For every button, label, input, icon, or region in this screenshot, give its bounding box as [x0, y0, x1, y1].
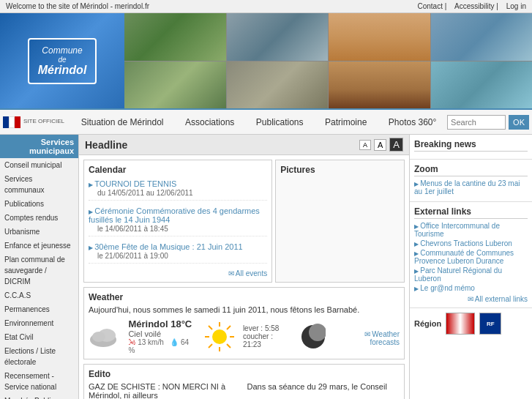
nav-associations[interactable]: Associations	[176, 111, 243, 133]
header-photo-2	[227, 13, 329, 61]
sidebar-item-marches[interactable]: Marchés Publics	[0, 394, 78, 399]
main-content: Services municipaux Conseil municipal Se…	[0, 135, 532, 399]
nav-publications[interactable]: Publications	[247, 111, 312, 133]
all-events-link[interactable]: All events	[89, 269, 267, 277]
pictures-title: Pictures	[280, 165, 400, 175]
calendar-event-1-title[interactable]: TOURNOI DE TENNIS	[89, 179, 267, 188]
sidebar-title-services: Services municipaux	[0, 135, 78, 158]
calendar-title: Calendar	[89, 165, 267, 175]
logo-merindol: Mérindol	[38, 64, 87, 77]
svg-point-2	[92, 332, 105, 342]
moon-icon	[300, 324, 326, 350]
weather-wind: 🌬 13 km/h 💧 64 %	[128, 338, 196, 354]
calendar-event-3-title[interactable]: 30ème Fête de la Musique : 21 Juin 2011	[89, 242, 267, 251]
search-area: OK	[447, 115, 529, 130]
sidebar-item-plan[interactable]: Plan communal de sauvegarde / DICRIM	[0, 253, 78, 288]
text-size-small[interactable]: A	[359, 140, 371, 150]
sidebar-item-conseil[interactable]: Conseil municipal	[0, 158, 78, 172]
contact-link[interactable]: Contact	[417, 2, 442, 10]
header-photo-8	[431, 61, 533, 109]
calendar-pictures-row: Calendar TOURNOI DE TENNIS du 14/05/2011…	[79, 155, 409, 287]
welcome-text: Welcome to the site of Mérindol - merind…	[6, 2, 149, 10]
sidebar-item-environnement[interactable]: Environnement	[0, 316, 78, 330]
sun-icon	[203, 321, 235, 353]
search-input[interactable]	[447, 115, 506, 130]
sidebar-item-etat-civil[interactable]: Etat Civil	[0, 330, 78, 344]
login-link[interactable]: Log in	[506, 2, 526, 10]
site-officiel: SITE OFFICIEL	[3, 116, 64, 128]
zoom-link[interactable]: Menus de la cantine du 23 mai au 1er jui…	[414, 179, 528, 195]
calendar-event-2-date: le 14/06/2011 à 18:45	[89, 225, 168, 233]
region-logo: RF	[479, 313, 501, 335]
weather-coucher: coucher : 21:23	[243, 332, 293, 348]
weather-lever: lever : 5:58	[243, 324, 293, 332]
region-label: Région	[414, 319, 441, 328]
region-box: Région RF	[410, 308, 532, 339]
header-images	[124, 13, 532, 108]
header-photo-4	[431, 13, 533, 61]
sidebar-item-enfance[interactable]: Enfance et jeunesse	[0, 239, 78, 253]
svg-line-11	[209, 344, 212, 348]
calendar-event-2-title[interactable]: Cérémonie Commémorative des 4 gendarmes …	[89, 206, 267, 224]
svg-point-3	[212, 329, 227, 344]
sidebar-item-ccas[interactable]: C.C.A.S	[0, 288, 78, 302]
top-bar: Welcome to the site of Mérindol - merind…	[0, 0, 532, 13]
nav-links: Situation de Mérindol Associations Publi…	[70, 111, 447, 133]
calendar-box: Calendar TOURNOI DE TENNIS du 14/05/2011…	[83, 160, 272, 283]
edito-title: Edito	[89, 369, 400, 379]
calendar-event-3: 30ème Fête de la Musique : 21 Juin 2011 …	[89, 242, 267, 264]
calendar-event-3-date: le 21/06/2011 à 19:00	[89, 252, 168, 260]
logo-box: Commune de Mérindol	[28, 38, 97, 84]
search-button[interactable]: OK	[509, 115, 529, 130]
nav-patrimoine[interactable]: Patrimoine	[316, 111, 375, 133]
sidebar-item-recensement[interactable]: Recensement - Service national	[0, 369, 78, 394]
sidebar-item-permanences[interactable]: Permanences	[0, 302, 78, 316]
breaking-news-title: Breaking news	[414, 139, 528, 152]
site-officiel-text: SITE OFFICIEL	[23, 119, 64, 125]
ext-link-4[interactable]: Le gr@nd mémo	[414, 284, 528, 292]
sidebar-item-publications[interactable]: Publications	[0, 197, 78, 211]
text-size-controls: A A A	[359, 138, 403, 152]
header-photo-5	[124, 61, 226, 109]
sidebar-item-urbanisme[interactable]: Urbanisme	[0, 225, 78, 239]
center-content: Headline A A A Calendar TOURNOI DE TENNI…	[79, 135, 409, 399]
weather-title: Weather	[89, 292, 400, 302]
svg-line-9	[227, 344, 231, 348]
all-external-links[interactable]: All external links	[414, 295, 528, 303]
accessibility-link[interactable]: Accessibility	[454, 2, 494, 10]
weather-desc: Aujourd'hui, nous sommes le samedi 11 ju…	[89, 305, 400, 314]
ext-link-1[interactable]: Chevrons Tractions Luberon	[414, 239, 528, 247]
logo-commune: Commune	[38, 45, 87, 56]
header-photo-6	[227, 61, 329, 109]
edito-col1: GAZ DE SCHISTE : NON MERCI NI à Mérindol…	[89, 382, 241, 399]
weather-city-info: Mérindol 18°C Ciel voilé 🌬 13 km/h 💧 64 …	[128, 318, 196, 354]
nav-situation[interactable]: Situation de Mérindol	[72, 111, 173, 133]
sidebar-item-services[interactable]: Services communaux	[0, 172, 78, 197]
cloud-icon	[89, 324, 121, 349]
zoom-section: Zoom Menus de la cantine du 23 mai au 1e…	[410, 160, 532, 202]
top-bar-links: Contact | Accessibility | Log in	[411, 2, 526, 10]
weather-details: Mérindol 18°C Ciel voilé 🌬 13 km/h 💧 64 …	[89, 318, 400, 354]
french-flag	[3, 116, 20, 128]
weather-sunrise-set: lever : 5:58 coucher : 21:23	[243, 324, 293, 348]
weather-forecasts-link[interactable]: ✉ Weather forecasts	[333, 330, 400, 346]
sidebar-item-elections[interactable]: Elections / Liste électorale	[0, 344, 78, 369]
calendar-event-1: TOURNOI DE TENNIS du 14/05/2011 au 12/06…	[89, 179, 267, 201]
ext-link-0[interactable]: Office Intercommunal de Tourisme	[414, 222, 528, 238]
nav-photos360[interactable]: Photos 360°	[380, 111, 446, 133]
svg-line-10	[227, 326, 231, 329]
sidebar-item-comptes[interactable]: Comptes rendus	[0, 211, 78, 225]
text-size-large[interactable]: A	[389, 138, 403, 152]
headline-title: Headline	[85, 139, 127, 151]
external-links-section: External links Office Intercommunal de T…	[410, 202, 532, 308]
text-size-medium[interactable]: A	[374, 139, 386, 151]
header-photo-7	[329, 61, 430, 109]
ext-link-2[interactable]: Communauté de Communes Provence Luberon …	[414, 249, 528, 265]
ext-link-3[interactable]: Parc Naturel Régional du Luberon	[414, 266, 528, 283]
svg-line-8	[209, 326, 212, 329]
logo-area: Commune de Mérindol	[0, 13, 124, 108]
zoom-title: Zoom	[414, 164, 528, 176]
edito-col2: Dans sa séance du 29 mars, le Conseil	[247, 382, 400, 399]
header-photo-3	[329, 13, 430, 61]
calendar-event-1-date: du 14/05/2011 au 12/06/2011	[89, 189, 193, 197]
